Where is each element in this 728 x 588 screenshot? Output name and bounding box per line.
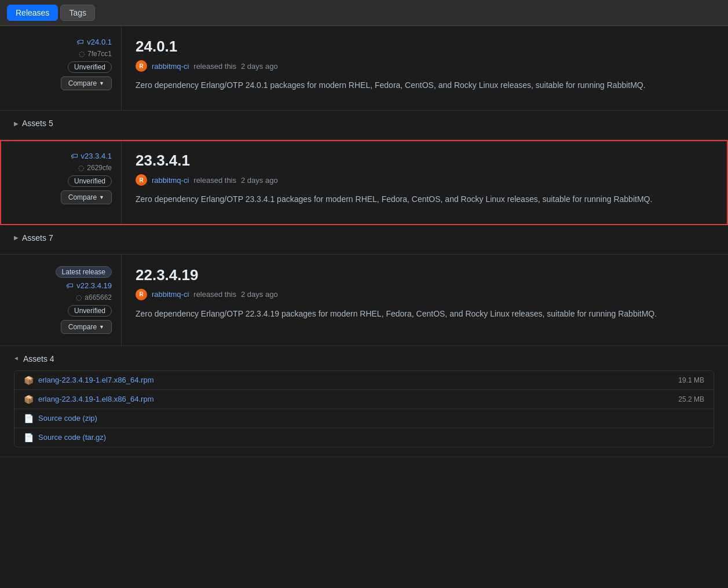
assets-label: Assets 4 xyxy=(23,354,54,363)
release-sidebar-release-1: 🏷v24.0.1◌7fe7cc1UnverifiedCompare xyxy=(0,26,122,110)
tag-label: v22.3.4.19 xyxy=(76,281,112,290)
compare-button[interactable]: Compare xyxy=(61,76,112,90)
release-version-title: 22.3.4.19 xyxy=(136,266,714,284)
unverified-badge[interactable]: Unverified xyxy=(68,305,112,317)
release-version-title: 24.0.1 xyxy=(136,38,714,56)
release-tag: 🏷v23.3.4.1 xyxy=(71,152,112,160)
file-icon: 📦 xyxy=(24,376,34,385)
release-commit: ◌2629cfe xyxy=(78,164,112,172)
assets-section-release-2: ▶Assets 7 xyxy=(0,225,728,255)
assets-section-release-1: ▶Assets 5 xyxy=(0,111,728,140)
release-author[interactable]: rabbitmq-ci xyxy=(152,290,189,299)
avatar: R xyxy=(136,60,147,72)
assets-label: Assets 5 xyxy=(22,119,53,128)
release-tag: 🏷v24.0.1 xyxy=(76,38,112,46)
release-commit: ◌7fe7cc1 xyxy=(79,50,112,58)
asset-name[interactable]: erlang-22.3.4.19-1.el8.x86_64.rpm xyxy=(38,395,153,403)
release-author[interactable]: rabbitmq-ci xyxy=(152,62,189,71)
asset-item[interactable]: 📄 Source code (tar.gz) xyxy=(14,428,714,447)
assets-toggle-button[interactable]: ▼Assets 4 xyxy=(14,352,54,366)
asset-name[interactable]: erlang-22.3.4.19-1.el7.x86_64.rpm xyxy=(38,376,153,384)
release-meta: R rabbitmq-ci released this 2 days ago xyxy=(136,60,714,72)
release-description: Zero dependency Erlang/OTP 22.3.4.19 pac… xyxy=(136,307,714,320)
release-sidebar-release-3: Latest release🏷v22.3.4.19◌a665662Unverif… xyxy=(0,255,122,346)
tag-icon: 🏷 xyxy=(66,281,74,290)
release-content-release-1: 24.0.1 R rabbitmq-ci released this 2 day… xyxy=(122,26,728,110)
release-version-title: 23.3.4.1 xyxy=(136,152,714,170)
asset-item[interactable]: 📦 erlang-22.3.4.19-1.el8.x86_64.rpm 25.2… xyxy=(14,390,714,409)
release-time: 2 days ago xyxy=(241,290,278,299)
compare-button[interactable]: Compare xyxy=(61,190,112,204)
assets-section-release-3: ▼Assets 4 📦 erlang-22.3.4.19-1.el7.x86_6… xyxy=(0,346,728,457)
release-sidebar-release-2: 🏷v23.3.4.1◌2629cfeUnverifiedCompare xyxy=(0,140,122,224)
asset-item-left: 📦 erlang-22.3.4.19-1.el8.x86_64.rpm xyxy=(24,395,153,404)
released-text: released this xyxy=(193,290,236,299)
release-commit: ◌a665662 xyxy=(76,293,112,302)
asset-item[interactable]: 📄 Source code (zip) xyxy=(14,409,714,428)
asset-item-left: 📦 erlang-22.3.4.19-1.el7.x86_64.rpm xyxy=(24,376,153,385)
release-content-release-2: 23.3.4.1 R rabbitmq-ci released this 2 d… xyxy=(122,140,728,224)
release-row-release-3: Latest release🏷v22.3.4.19◌a665662Unverif… xyxy=(0,255,728,346)
avatar: R xyxy=(136,174,147,186)
assets-toggle-button[interactable]: ▶Assets 5 xyxy=(14,116,53,130)
commit-icon: ◌ xyxy=(78,164,84,172)
asset-item[interactable]: 📦 erlang-22.3.4.19-1.el7.x86_64.rpm 19.1… xyxy=(14,371,714,390)
release-description: Zero dependency Erlang/OTP 24.0.1 packag… xyxy=(136,79,714,91)
assets-toggle-button[interactable]: ▶Assets 7 xyxy=(14,231,53,245)
release-row-release-1: 🏷v24.0.1◌7fe7cc1UnverifiedCompare24.0.1 … xyxy=(0,26,728,111)
avatar: R xyxy=(136,289,147,300)
asset-name[interactable]: Source code (zip) xyxy=(38,414,97,422)
release-description: Zero dependency Erlang/OTP 23.3.4.1 pack… xyxy=(136,193,714,205)
file-icon: 📄 xyxy=(24,433,34,442)
compare-button[interactable]: Compare xyxy=(61,320,112,334)
release-row-release-2: 🏷v23.3.4.1◌2629cfeUnverifiedCompare23.3.… xyxy=(0,140,728,225)
commit-hash: a665662 xyxy=(85,293,112,302)
tabs-bar: Releases Tags xyxy=(0,0,728,26)
tag-label: v24.0.1 xyxy=(87,38,112,46)
commit-hash: 2629cfe xyxy=(87,164,112,172)
released-text: released this xyxy=(193,176,236,185)
release-meta: R rabbitmq-ci released this 2 days ago xyxy=(136,174,714,186)
assets-arrow-icon: ▼ xyxy=(13,356,20,362)
asset-item-left: 📄 Source code (zip) xyxy=(24,414,97,423)
assets-list: 📦 erlang-22.3.4.19-1.el7.x86_64.rpm 19.1… xyxy=(14,370,714,447)
asset-item-left: 📄 Source code (tar.gz) xyxy=(24,433,106,442)
file-icon: 📄 xyxy=(24,414,34,423)
release-tag: 🏷v22.3.4.19 xyxy=(66,281,112,290)
release-author[interactable]: rabbitmq-ci xyxy=(152,176,189,185)
release-time: 2 days ago xyxy=(241,176,278,185)
assets-label: Assets 7 xyxy=(22,233,53,242)
tag-icon: 🏷 xyxy=(71,152,78,160)
commit-icon: ◌ xyxy=(79,50,85,58)
tag-icon: 🏷 xyxy=(76,38,84,46)
assets-arrow-icon: ▶ xyxy=(14,234,19,241)
tags-tab[interactable]: Tags xyxy=(60,5,95,21)
latest-release-badge: Latest release xyxy=(56,266,112,278)
assets-arrow-icon: ▶ xyxy=(14,120,19,127)
file-icon: 📦 xyxy=(24,395,34,404)
commit-hash: 7fe7cc1 xyxy=(87,50,112,58)
asset-size: 19.1 MB xyxy=(678,376,704,384)
released-text: released this xyxy=(193,62,236,71)
release-time: 2 days ago xyxy=(241,62,278,71)
releases-tab[interactable]: Releases xyxy=(7,5,58,21)
asset-name[interactable]: Source code (tar.gz) xyxy=(38,433,106,442)
unverified-badge[interactable]: Unverified xyxy=(68,61,112,73)
asset-size: 25.2 MB xyxy=(678,395,704,403)
commit-icon: ◌ xyxy=(76,293,82,302)
tag-label: v23.3.4.1 xyxy=(81,152,112,160)
release-meta: R rabbitmq-ci released this 2 days ago xyxy=(136,289,714,300)
release-content-release-3: 22.3.4.19 R rabbitmq-ci released this 2 … xyxy=(122,255,728,346)
releases-container: 🏷v24.0.1◌7fe7cc1UnverifiedCompare24.0.1 … xyxy=(0,26,728,457)
unverified-badge[interactable]: Unverified xyxy=(68,175,112,187)
